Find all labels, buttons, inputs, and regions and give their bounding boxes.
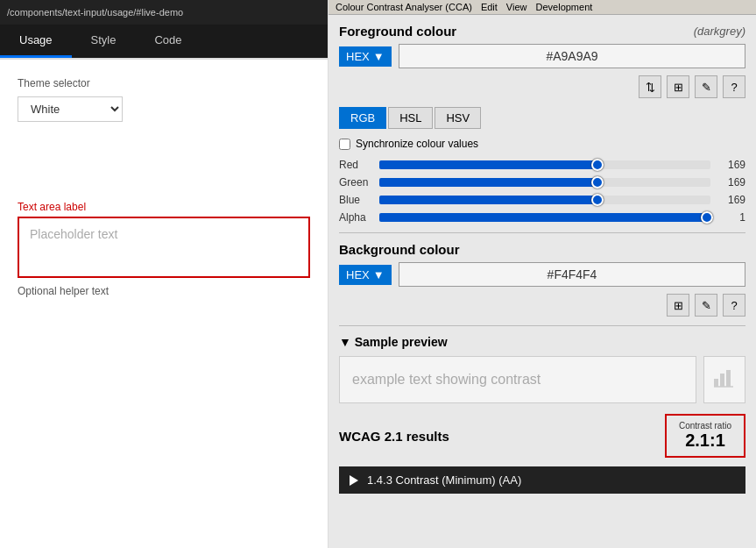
criterion-label: 1.4.3 Contrast (Minimum) (AA) [367, 473, 521, 487]
menu-cca[interactable]: Colour Contrast Analyser (CCA) [336, 2, 472, 12]
contrast-ratio-label: Contrast ratio [679, 421, 731, 431]
cca-panel: Colour Contrast Analyser (CCA) Edit View… [329, 0, 756, 548]
background-title: Background colour [339, 242, 745, 257]
cca-menu-bar: Colour Contrast Analyser (CCA) Edit View… [329, 0, 756, 15]
bg-eyedropper-icon[interactable]: ✎ [695, 294, 717, 317]
slider-green-value: 169 [717, 176, 745, 189]
bg-sliders-icon[interactable]: ⊞ [667, 294, 689, 317]
menu-edit[interactable]: Edit [481, 2, 498, 12]
sync-label: Synchronize colour values [356, 138, 478, 150]
url-bar: /components/text-input/usage/#live-demo [0, 0, 328, 25]
sync-checkbox[interactable] [339, 139, 350, 150]
textarea-section: Text area label Placeholder text Optiona… [18, 201, 310, 297]
background-format-dropdown[interactable]: HEX ▼ [339, 265, 392, 285]
svg-rect-0 [714, 379, 718, 387]
eyedropper-icon[interactable]: ✎ [695, 75, 717, 98]
url-text: /components/text-input/usage/#live-demo [7, 7, 183, 18]
sample-text-area: example text showing contrast [339, 356, 696, 403]
foreground-title: Foreground colour (darkgrey) [339, 24, 745, 39]
bg-dropdown-arrow-icon: ▼ [373, 268, 385, 281]
wcag-results: WCAG 2.1 results Contrast ratio 2.1:1 [339, 414, 745, 458]
svg-rect-2 [726, 370, 731, 387]
slider-blue-value: 169 [717, 194, 745, 206]
contrast-ratio-box: Contrast ratio 2.1:1 [665, 414, 745, 458]
slider-green-label: Green [339, 176, 372, 189]
foreground-format-dropdown[interactable]: HEX ▼ [339, 46, 392, 67]
slider-red-label: Red [339, 159, 372, 171]
textarea-label: Text area label [18, 201, 310, 213]
help-icon[interactable]: ? [723, 75, 745, 98]
sliders-icon[interactable]: ⊞ [667, 75, 689, 98]
color-tab-hsv[interactable]: HSV [435, 107, 481, 129]
menu-development[interactable]: Development [536, 2, 593, 12]
tab-code[interactable]: Code [135, 25, 201, 58]
expand-icon [350, 475, 358, 486]
left-panel: /components/text-input/usage/#live-demo … [0, 0, 329, 548]
background-icon-row: ⊞ ✎ ? [339, 294, 745, 317]
tab-usage[interactable]: Usage [0, 25, 72, 58]
background-hex-row: HEX ▼ #F4F4F4 [339, 262, 745, 287]
sample-preview-title: ▼ Sample preview [339, 335, 745, 349]
slider-alpha-track[interactable] [379, 213, 710, 222]
contrast-ratio-value: 2.1:1 [679, 431, 731, 451]
wcag-title: WCAG 2.1 results [339, 429, 449, 444]
slider-blue-track[interactable] [379, 196, 710, 204]
foreground-icon-row: ⇅ ⊞ ✎ ? [339, 75, 745, 98]
background-hex-value[interactable]: #F4F4F4 [399, 262, 745, 287]
slider-red: Red 169 [339, 159, 745, 171]
cca-body: Foreground colour (darkgrey) HEX ▼ #A9A9… [329, 15, 756, 502]
sync-row: Synchronize colour values [339, 138, 745, 150]
slider-blue: Blue 169 [339, 194, 745, 206]
textarea-wrapper[interactable]: Placeholder text [18, 217, 310, 278]
svg-rect-1 [720, 374, 724, 387]
tab-bar: Usage Style Code [0, 25, 328, 60]
foreground-hint: (darkgrey) [694, 25, 745, 38]
wcag-criterion-row[interactable]: 1.4.3 Contrast (Minimum) (AA) [339, 466, 745, 494]
foreground-hex-row: HEX ▼ #A9A9A9 [339, 44, 745, 68]
slider-green: Green 169 [339, 176, 745, 189]
theme-selector-dropdown[interactable]: White [18, 96, 123, 122]
tab-style[interactable]: Style [72, 25, 136, 58]
dropdown-arrow-icon: ▼ [373, 50, 385, 63]
chart-icon-box [703, 356, 745, 403]
color-tab-hsl[interactable]: HSL [388, 107, 433, 129]
color-model-tabs: RGB HSL HSV [339, 107, 745, 129]
chart-icon [712, 365, 737, 395]
slider-red-track[interactable] [379, 160, 710, 169]
helper-text: Optional helper text [18, 285, 310, 297]
placeholder-text: Placeholder text [30, 227, 117, 241]
slider-alpha-label: Alpha [339, 211, 372, 224]
slider-section: Red 169 Green 169 Blue [339, 159, 745, 224]
sample-preview-box: example text showing contrast [339, 356, 745, 403]
swap-icon[interactable]: ⇅ [639, 75, 661, 98]
theme-selector-label: Theme selector [18, 77, 310, 89]
slider-green-track[interactable] [379, 178, 710, 187]
menu-view[interactable]: View [506, 2, 527, 12]
bg-help-icon[interactable]: ? [723, 294, 745, 317]
left-content: Theme selector White Text area label Pla… [0, 60, 328, 548]
slider-red-value: 169 [717, 159, 745, 171]
slider-alpha: Alpha 1 [339, 211, 745, 224]
foreground-hex-value[interactable]: #A9A9A9 [399, 44, 745, 68]
slider-blue-label: Blue [339, 194, 372, 206]
slider-alpha-value: 1 [717, 211, 745, 224]
color-tab-rgb[interactable]: RGB [339, 107, 386, 129]
